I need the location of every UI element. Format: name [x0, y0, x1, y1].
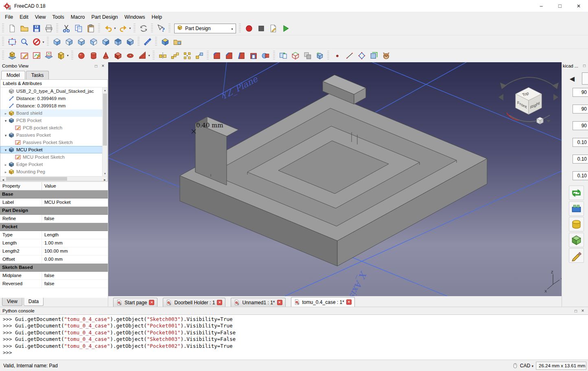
property-value[interactable]: Length [42, 231, 108, 239]
pad-cylinder-button[interactable] [569, 217, 584, 231]
toolbar-grip[interactable] [168, 24, 170, 33]
view-axonometric-button[interactable] [51, 36, 63, 48]
panel-button[interactable] [582, 72, 588, 85]
mini-cube-icon[interactable] [537, 117, 543, 124]
toolbar-grip[interactable] [133, 24, 136, 33]
menu-part-design[interactable]: Part Design [88, 13, 121, 21]
document-tab-doorbell-holder-1[interactable]: Doorbell Holder : 1 [163, 298, 225, 307]
measure-distance-button[interactable] [142, 36, 154, 48]
navigation-style-selector[interactable]: CAD [520, 363, 533, 369]
close-tab-icon[interactable] [277, 300, 282, 305]
property-value[interactable]: 0.00 mm [42, 255, 108, 263]
copy-button[interactable] [72, 22, 85, 35]
tree-item-mounting-peg[interactable]: Mounting Peg [0, 168, 107, 175]
box-green-button[interactable] [569, 233, 584, 247]
scroll-right-icon[interactable] [102, 176, 107, 182]
prim-box-button[interactable] [112, 50, 124, 62]
toolbar-grip[interactable] [138, 37, 140, 47]
close-button[interactable] [569, 0, 588, 12]
scrollbar-thumb[interactable] [6, 177, 67, 181]
view-left-button[interactable] [124, 36, 136, 48]
document-tab-unnamed1-1[interactable]: Unnamed1 : 1* [231, 298, 285, 307]
prim-cone-button[interactable] [100, 50, 112, 62]
dog-button[interactable] [380, 50, 392, 62]
spin-field-5[interactable]: 0.10 [573, 171, 588, 180]
toolbar-grip[interactable] [98, 24, 100, 33]
subshape-binder-button[interactable] [314, 50, 326, 62]
property-value[interactable]: 100.00 mm [42, 247, 108, 255]
tree-item-board-shield[interactable]: Board shield [0, 109, 107, 117]
menu-help[interactable]: Help [149, 13, 166, 21]
tree-item-mcu-pocket[interactable]: MCU Pocket [0, 146, 107, 153]
open-folder-button[interactable] [18, 22, 31, 35]
toolbar-grip[interactable] [151, 24, 153, 33]
fit-all-button[interactable] [6, 36, 18, 48]
close-panel-icon[interactable] [100, 63, 106, 69]
tree-item-edge-pocket[interactable]: Edge Pocket [0, 161, 107, 168]
scroll-left-icon[interactable] [0, 176, 6, 182]
view-front-button[interactable] [63, 36, 75, 48]
minimize-button[interactable] [532, 0, 551, 12]
boolean-button[interactable] [260, 50, 272, 62]
record-macro-button[interactable] [243, 22, 255, 35]
std-group-button[interactable] [171, 36, 184, 48]
prim-cylinder-button[interactable] [87, 50, 100, 62]
prim-wedge-dropdown-icon[interactable] [147, 50, 151, 62]
property-value[interactable]: false [42, 272, 108, 279]
python-console[interactable]: >>> Gui.getDocument("tomu_0_4_case").get… [0, 314, 588, 360]
expander-collapsed-icon[interactable] [3, 169, 9, 174]
tab-model[interactable]: Model [1, 71, 25, 79]
view-bottom-button[interactable] [112, 36, 124, 48]
back-button[interactable] [567, 73, 577, 84]
prim-sphere-button[interactable] [75, 50, 87, 62]
toolbar-grip[interactable] [2, 24, 4, 33]
menu-view[interactable]: View [32, 13, 49, 21]
clone-button[interactable] [302, 50, 314, 62]
toolbar-grip[interactable] [327, 51, 329, 61]
spin-field-0[interactable]: 90 [573, 88, 588, 97]
refresh-button[interactable] [138, 22, 150, 35]
prim-torus-button[interactable] [124, 50, 136, 62]
tree-item-distance-0-399469-mm[interactable]: Distance: 0.399469 mm [0, 95, 107, 102]
sync-arrows-button[interactable] [569, 186, 584, 200]
undo-dropdown-icon[interactable] [113, 22, 117, 35]
close-panel-icon[interactable] [580, 308, 586, 314]
expander-expanded-icon[interactable] [3, 118, 9, 123]
view-right-button[interactable] [87, 36, 100, 48]
close-tab-icon[interactable] [346, 299, 352, 305]
spin-field-4[interactable]: 0.10 [573, 155, 588, 164]
expander-expanded-icon[interactable] [3, 147, 9, 152]
toolbar-grip[interactable] [71, 51, 73, 61]
workbench-selector[interactable]: Part Design [174, 24, 236, 33]
multi-transform-button[interactable] [193, 50, 205, 62]
stop-macro-button[interactable] [255, 22, 267, 35]
tree-horizontal-scrollbar[interactable] [0, 176, 108, 181]
expander-collapsed-icon[interactable] [3, 162, 9, 167]
tab-view[interactable]: View [2, 298, 22, 306]
document-tab-start-page[interactable]: Start page [113, 298, 157, 307]
property-value[interactable]: 1.00 mm [42, 239, 108, 247]
tab-data[interactable]: Data [24, 298, 44, 306]
float-panel-icon[interactable] [581, 63, 587, 69]
property-value[interactable]: false [42, 280, 108, 288]
spin-field-1[interactable]: 90 [573, 105, 588, 113]
tree-vertical-scrollbar[interactable] [102, 87, 107, 176]
zoom-selection-button[interactable] [18, 36, 31, 48]
board-3d-button[interactable] [569, 201, 584, 216]
tree-item-passives-pocket[interactable]: Passives Pocket [0, 131, 107, 139]
menu-macro[interactable]: Macro [68, 13, 88, 21]
close-tab-icon[interactable] [217, 300, 222, 305]
menu-windows[interactable]: Windows [121, 13, 149, 21]
tree-item-mcu-pocket-sketch[interactable]: MCU Pocket Sketch [0, 153, 107, 161]
tree-item-pcb-pocket[interactable]: PCB Pocket [0, 117, 107, 124]
std-part-button[interactable] [159, 36, 171, 48]
toolbar-grip[interactable] [47, 37, 49, 47]
whats-this-button[interactable]: ? [155, 22, 167, 35]
menu-edit[interactable]: Edit [16, 13, 32, 21]
shape-binder-button[interactable] [289, 50, 302, 62]
view-top-button[interactable] [75, 36, 87, 48]
map-sketch-button[interactable] [43, 50, 55, 62]
tree-item-pcb-pocket-sketch[interactable]: PCB pocket sketch [0, 124, 107, 131]
property-value[interactable]: false [42, 215, 108, 223]
save-button[interactable] [31, 22, 43, 35]
